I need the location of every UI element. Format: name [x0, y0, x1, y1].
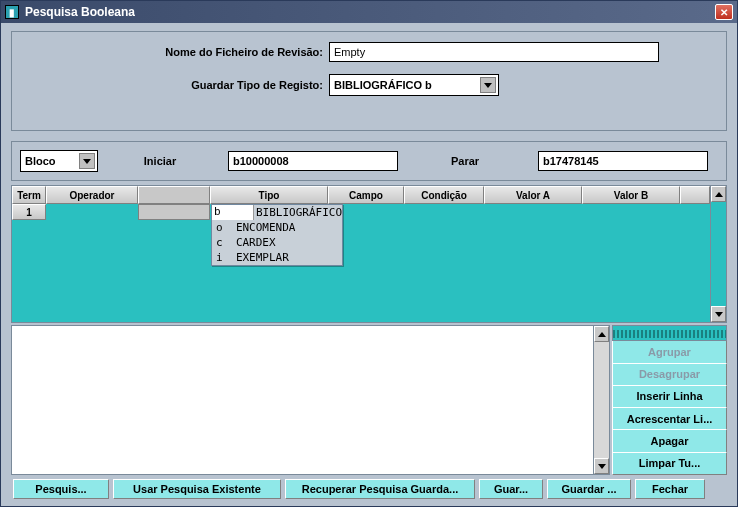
guardar-button[interactable]: Guardar ... [547, 479, 631, 499]
type-option[interactable]: c CARDEX [212, 235, 342, 250]
col-gap [138, 186, 210, 204]
grid-main: Term Operador Tipo Campo Condição Valor … [11, 185, 711, 323]
inserir-linha-button[interactable]: Inserir Linha [612, 385, 727, 408]
col-rest [680, 186, 710, 204]
col-term[interactable]: Term [12, 186, 46, 204]
type-display: BIBLIOGRÁFICO [254, 206, 342, 219]
cell-gap [138, 204, 210, 220]
acrescentar-linha-button[interactable]: Acrescentar Li... [612, 407, 727, 430]
lower-panel: Agrupar Desagrupar Inserir Linha Acresce… [11, 325, 727, 475]
col-operador[interactable]: Operador [46, 186, 138, 204]
range-mode-value: Bloco [25, 155, 56, 167]
cell-rest [680, 204, 710, 220]
content: Nome do Ficheiro de Revisão: Guardar Tip… [1, 23, 737, 505]
fechar-button[interactable]: Fechar [635, 479, 705, 499]
cell-operador[interactable] [46, 204, 138, 220]
window-title: Pesquisa Booleana [25, 5, 715, 19]
limpar-tudo-button[interactable]: Limpar Tu... [612, 452, 727, 475]
start-input[interactable] [228, 151, 398, 171]
criteria-grid: Term Operador Tipo Campo Condição Valor … [11, 185, 727, 323]
record-type-value: BIBLIOGRÁFICO b [334, 79, 432, 91]
type-input[interactable]: b [212, 205, 254, 220]
type-option[interactable]: i EXEMPLAR [212, 250, 342, 265]
file-label: Nome do Ficheiro de Revisão: [79, 46, 329, 58]
apagar-button[interactable]: Apagar [612, 429, 727, 452]
scrollbar[interactable] [711, 185, 727, 323]
scroll-track[interactable] [594, 342, 609, 458]
col-condicao[interactable]: Condição [404, 186, 484, 204]
usar-pesquisa-button[interactable]: Usar Pesquisa Existente [113, 479, 281, 499]
side-panel: Agrupar Desagrupar Inserir Linha Acresce… [612, 325, 727, 475]
close-icon[interactable]: ✕ [715, 4, 733, 20]
desagrupar-button[interactable]: Desagrupar [612, 363, 727, 386]
window: ▮ Pesquisa Booleana ✕ Nome do Ficheiro d… [0, 0, 738, 507]
scroll-track[interactable] [711, 202, 726, 306]
record-type-select[interactable]: BIBLIOGRÁFICO b [329, 74, 499, 96]
agrupar-button[interactable]: Agrupar [612, 340, 727, 363]
cell-valor-b[interactable] [582, 204, 680, 220]
scroll-up-icon[interactable] [594, 326, 609, 342]
pesquisar-button[interactable]: Pesquis... [13, 479, 109, 499]
stop-input[interactable] [538, 151, 708, 171]
chevron-down-icon [480, 77, 496, 93]
chevron-down-icon [79, 153, 95, 169]
col-campo[interactable]: Campo [328, 186, 404, 204]
stop-label: Parar [398, 155, 538, 167]
bottom-bar: Pesquis... Usar Pesquisa Existente Recup… [11, 479, 727, 499]
scroll-up-icon[interactable] [711, 186, 726, 202]
grid-header: Term Operador Tipo Campo Condição Valor … [12, 186, 710, 204]
type-input-line: b BIBLIOGRÁFICO [212, 205, 342, 220]
app-icon: ▮ [5, 5, 19, 19]
revision-file-input[interactable] [329, 42, 659, 62]
type-dropdown[interactable]: b BIBLIOGRÁFICO o ENCOMENDA c CARDEX i E… [211, 204, 343, 266]
range-mode-select[interactable]: Bloco [20, 150, 98, 172]
top-panel: Nome do Ficheiro de Revisão: Guardar Tip… [11, 31, 727, 131]
col-valor-a[interactable]: Valor A [484, 186, 582, 204]
result-textarea[interactable] [11, 325, 594, 475]
record-type-label: Guardar Tipo de Registo: [79, 79, 329, 91]
scroll-down-icon[interactable] [594, 458, 609, 474]
cell-condicao[interactable] [404, 204, 484, 220]
col-valor-b[interactable]: Valor B [582, 186, 680, 204]
row-number: 1 [12, 204, 46, 220]
result-pane [11, 325, 610, 475]
guar-button[interactable]: Guar... [479, 479, 543, 499]
type-option[interactable]: o ENCOMENDA [212, 220, 342, 235]
start-label: Iniciar [98, 155, 228, 167]
range-panel: Bloco Iniciar Parar [11, 141, 727, 181]
table-row[interactable]: 1 [12, 204, 710, 220]
cell-valor-a[interactable] [484, 204, 582, 220]
col-tipo[interactable]: Tipo [210, 186, 328, 204]
titlebar: ▮ Pesquisa Booleana ✕ [1, 1, 737, 23]
grab-handle[interactable] [612, 325, 727, 341]
scrollbar[interactable] [594, 325, 610, 475]
recuperar-pesquisa-button[interactable]: Recuperar Pesquisa Guarda... [285, 479, 475, 499]
scroll-down-icon[interactable] [711, 306, 726, 322]
